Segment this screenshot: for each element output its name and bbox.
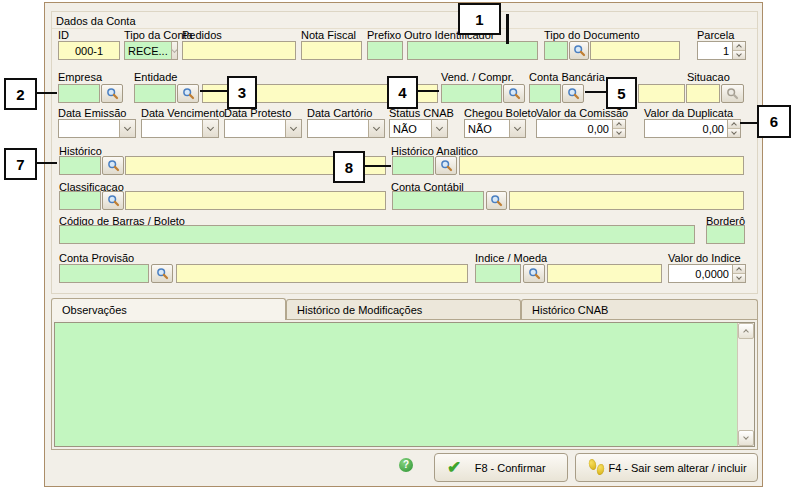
tab-historico-modificacoes[interactable]: Histórico de Modificações <box>286 299 521 319</box>
spin-up-icon[interactable] <box>733 42 745 50</box>
historico-analitico-lookup-button[interactable] <box>435 156 457 175</box>
chegou-boleto-select[interactable]: NÃO <box>464 119 526 138</box>
situacao-label: Situacao <box>687 71 730 83</box>
nota-fiscal-label: Nota Fiscal <box>301 29 356 41</box>
confirm-button[interactable]: ✔ F8 - Confirmar <box>434 453 568 482</box>
search-icon <box>182 87 195 100</box>
tab-historico-cnab[interactable]: Histórico CNAB <box>521 299 758 319</box>
chevron-down-icon[interactable] <box>368 120 384 137</box>
callout-line-2 <box>37 92 57 94</box>
classificacao-description-field[interactable] <box>125 191 386 210</box>
classificacao-input[interactable] <box>59 191 101 210</box>
chevron-down-icon[interactable] <box>509 120 525 137</box>
prefixo-input[interactable] <box>367 41 403 60</box>
valor-indice-input[interactable]: 0,0000 <box>668 264 746 283</box>
empresa-lookup-button[interactable] <box>101 84 123 103</box>
classificacao-lookup-button[interactable] <box>102 191 124 210</box>
tipo-do-documento-lookup-button[interactable] <box>569 41 589 60</box>
pedidos-input[interactable] <box>182 41 296 60</box>
spin-up-icon[interactable] <box>613 120 625 128</box>
id-input[interactable]: 000-1 <box>58 41 120 60</box>
spin-up-icon[interactable] <box>728 120 740 128</box>
chevron-down-icon[interactable] <box>119 120 135 137</box>
scroll-down-icon[interactable] <box>738 430 754 446</box>
conta-bancaria-lookup-button[interactable] <box>562 84 584 103</box>
entidade-label: Entidade <box>134 71 177 83</box>
outro-identificador-input[interactable] <box>407 41 538 60</box>
callout-line-6 <box>740 122 757 124</box>
account-form-window: Dados da Conta ID Tipo da Conta Pedidos … <box>44 2 763 487</box>
exit-button[interactable]: F4 - Sair sem alterar / incluir <box>575 453 758 482</box>
valor-comissao-input[interactable]: 0,00 <box>536 119 626 138</box>
search-icon <box>106 87 119 100</box>
historico-analitico-description-field[interactable] <box>459 156 744 175</box>
spin-down-icon[interactable] <box>613 128 625 137</box>
parcela-label: Parcela <box>697 29 734 41</box>
spin-up-icon[interactable] <box>733 265 745 273</box>
vend-compr-label: Vend. / Compr. <box>441 71 514 83</box>
entidade-lookup-button[interactable] <box>177 84 199 103</box>
help-icon[interactable]: ? <box>399 458 413 472</box>
scroll-up-icon[interactable] <box>738 323 754 339</box>
chevron-down-icon[interactable] <box>202 120 218 137</box>
search-icon <box>573 44 586 57</box>
tab-observacoes[interactable]: Observações <box>51 298 286 320</box>
vend-compr-input[interactable] <box>441 84 502 103</box>
indice-moeda-lookup-button[interactable] <box>523 264 545 283</box>
tipo-da-conta-select[interactable]: RECE... <box>124 41 178 60</box>
conta-contabil-description-field[interactable] <box>509 191 744 210</box>
data-cartorio-datepicker[interactable] <box>307 119 385 138</box>
textarea-scrollbar[interactable] <box>737 323 754 446</box>
data-emissao-label: Data Emissão <box>58 107 126 119</box>
bordero-input[interactable] <box>706 225 745 244</box>
callout-8: 8 <box>333 151 365 183</box>
callout-line-5 <box>585 91 606 93</box>
prefixo-label: Prefixo <box>367 29 401 41</box>
spin-down-icon[interactable] <box>728 128 740 137</box>
entidade-input[interactable] <box>134 84 176 103</box>
data-emissao-datepicker[interactable] <box>58 119 136 138</box>
situacao-input[interactable] <box>686 84 720 103</box>
nota-fiscal-input[interactable] <box>301 41 362 60</box>
footprints-icon <box>588 459 606 477</box>
data-protesto-datepicker[interactable] <box>224 119 302 138</box>
status-cnab-select[interactable]: NÃO <box>389 119 448 138</box>
indice-moeda-description-field[interactable] <box>547 264 662 283</box>
conta-provisao-input[interactable] <box>59 264 149 283</box>
search-icon <box>567 87 580 100</box>
codigo-barras-input[interactable] <box>59 225 695 244</box>
tipo-do-documento-code-input[interactable] <box>544 41 568 60</box>
indice-moeda-input[interactable] <box>475 264 521 283</box>
conta-bancaria-input[interactable] <box>529 84 561 103</box>
tipo-do-documento-description-field[interactable] <box>590 41 680 60</box>
vend-compr-lookup-button[interactable] <box>503 84 525 103</box>
data-vencimento-datepicker[interactable] <box>141 119 219 138</box>
situacao-lookup-button-disabled <box>721 84 744 103</box>
valor-comissao-spinner <box>612 120 625 137</box>
chevron-down-icon[interactable] <box>431 120 447 137</box>
historico-input[interactable] <box>59 156 101 175</box>
historico-analitico-input[interactable] <box>392 156 434 175</box>
parcela-input[interactable]: 1 <box>697 41 746 60</box>
conta-provisao-lookup-button[interactable] <box>151 264 173 283</box>
tipo-do-documento-label: Tipo do Documento <box>544 29 640 41</box>
conta-contabil-lookup-button[interactable] <box>486 191 507 210</box>
chevron-down-icon[interactable] <box>285 120 301 137</box>
search-icon <box>107 159 120 172</box>
conta-provisao-description-field[interactable] <box>176 264 468 283</box>
spin-down-icon[interactable] <box>733 50 745 59</box>
observacoes-textarea[interactable] <box>54 322 755 447</box>
historico-lookup-button[interactable] <box>102 156 124 175</box>
valor-duplicata-spinner <box>727 120 740 137</box>
conta-bancaria-description-field[interactable] <box>638 84 685 103</box>
id-label: ID <box>58 29 69 41</box>
empresa-input[interactable] <box>58 84 100 103</box>
callout-6: 6 <box>757 105 791 138</box>
callout-5: 5 <box>606 77 637 109</box>
search-icon <box>528 267 541 280</box>
callout-line-8 <box>365 165 391 167</box>
conta-contabil-input[interactable] <box>392 191 484 210</box>
valor-duplicata-input[interactable]: 0,00 <box>644 119 741 138</box>
spin-down-icon[interactable] <box>733 273 745 282</box>
search-icon <box>726 87 739 100</box>
